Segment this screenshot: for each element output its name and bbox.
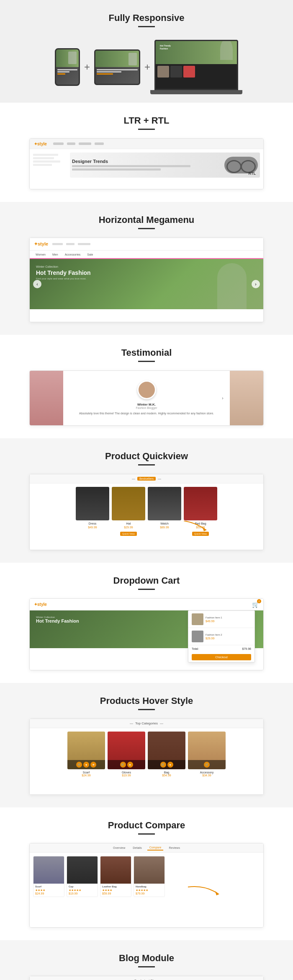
hover-overlay-extra: 🛒 xyxy=(188,760,226,769)
ltr-rtl-header: ✦style xyxy=(30,139,263,149)
mega-arrow-left[interactable]: ‹ xyxy=(33,280,41,288)
testimonial-main: Winter M.K. Fashion Blogger Absolutely l… xyxy=(63,374,230,422)
mega-nav-2 xyxy=(66,243,75,245)
compare-nav-reviews[interactable]: Reviews xyxy=(167,846,182,850)
ltr-hero-text: Designer Trends xyxy=(72,159,220,172)
tablet-bar-2 xyxy=(97,71,121,72)
fully-responsive-section: Fully Responsive + xyxy=(0,0,293,103)
blog-section: Blog Module — Our Latest Blogs — Fashion… xyxy=(0,940,293,980)
megamenu-preview-box: ✦style Women Men Accessories Sale Winter… xyxy=(29,238,264,322)
megamenu-title: Horizontal Megamenu xyxy=(99,215,195,225)
cart-total-label: Total: xyxy=(192,647,199,650)
qv-header: — Bestsellers — xyxy=(30,474,263,484)
hover-product-img-scarf: 🛒 ♥ 👁 xyxy=(67,732,105,769)
qv-product-name-2: Hat xyxy=(112,522,145,525)
blog-preview-box: — Our Latest Blogs — Fashion Trends 2024… xyxy=(29,976,264,980)
phone-inner xyxy=(56,49,79,85)
hover-cart-icon[interactable]: 🛒 xyxy=(76,762,82,768)
sidebar-item-2 xyxy=(33,157,54,159)
reviewer-subtitle: Fashion Blogger xyxy=(69,406,224,409)
section-divider-qv xyxy=(138,464,155,465)
compare-nav-compare[interactable]: Compare xyxy=(147,845,164,851)
hover-cart-icon-4[interactable]: 🛒 xyxy=(204,762,210,768)
plus-sign-1: + xyxy=(84,61,90,73)
compare-img-2 xyxy=(67,856,98,884)
tablet-bar-3 xyxy=(97,73,113,75)
quickview-preview-box: — Bestsellers — Dress $49.99 Hat $29.99 … xyxy=(29,474,264,550)
cart-badge: 2 xyxy=(257,599,261,603)
laptop-product-1 xyxy=(157,66,169,78)
laptop-base xyxy=(150,90,242,94)
svg-marker-0 xyxy=(203,527,207,531)
mega-hero-model xyxy=(217,263,247,309)
hover-name-extra: Accessory xyxy=(188,771,226,774)
hover-heart-icon[interactable]: ♥ xyxy=(83,762,89,768)
compare-nav-overview[interactable]: Overview xyxy=(111,846,127,850)
hover-products: 🛒 ♥ 👁 Scarf $24.99 🛒 ♥ xyxy=(30,728,263,780)
compare-preview: Overview Details Compare Reviews Scarf ★… xyxy=(30,843,263,927)
compare-stars-2: ★★★★★ xyxy=(69,889,96,892)
qv-product-price-1: $49.99 xyxy=(76,526,109,529)
mega-pink-item-4: Sale xyxy=(85,252,95,257)
testimonial-side-img-left xyxy=(30,371,63,425)
sidebar-item-3 xyxy=(33,160,60,163)
hover-overlay-bag: 🛒 ♥ xyxy=(148,760,185,769)
testimonial-arrow-right[interactable]: › xyxy=(219,394,226,402)
mega-hero-subtitle: Winter Collection xyxy=(36,265,91,268)
mega-pink-nav: Women Men Accessories Sale xyxy=(30,251,263,259)
cart-item-price-2: $29.99 xyxy=(206,637,222,640)
compare-info-2: Cap ★★★★★ $19.99 xyxy=(67,884,98,897)
cart-item-2: Fashion Item 2 $29.99 xyxy=(188,628,254,645)
hover-tab-prefix: — xyxy=(130,721,133,725)
phone-bar-1 xyxy=(57,69,77,70)
mega-hero-overlay: Winter Collection Hot Trendy Fashion Fin… xyxy=(36,265,91,280)
testimonial-title: Testimonial xyxy=(121,347,172,358)
hover-eye-icon[interactable]: 👁 xyxy=(90,762,96,768)
device-laptop: Hot TrendyFashion xyxy=(154,40,238,94)
ltr-content-area: Designer Trends RTL xyxy=(30,149,263,181)
hover-cart-icon-2[interactable]: 🛒 xyxy=(120,762,126,768)
device-tablet xyxy=(94,49,140,85)
compare-section: Product Compare Overview Details Compare… xyxy=(0,807,293,940)
compare-header: Overview Details Compare Reviews xyxy=(30,843,263,853)
section-divider-mega xyxy=(138,228,155,229)
blog-title: Blog Module xyxy=(119,953,174,964)
cart-item-img-2 xyxy=(192,631,203,642)
testimonial-preview-box: Winter M.K. Fashion Blogger Absolutely l… xyxy=(29,370,264,426)
fully-responsive-title: Fully Responsive xyxy=(109,13,185,23)
hover-product-img-glove: 🛒 ♥ xyxy=(108,732,145,769)
cart-checkout-btn[interactable]: Checkout xyxy=(192,654,251,660)
testimonial-section: Testimonial Winter M.K. Fashion Blogger … xyxy=(0,335,293,438)
section-divider-ltr xyxy=(138,129,155,130)
compare-bottom xyxy=(30,900,263,904)
phone-bar-2 xyxy=(57,71,69,72)
compare-info-1: Scarf ★★★★ $24.99 xyxy=(33,884,64,897)
qv-product-price-3: $89.99 xyxy=(148,526,181,529)
cart-icon-wrapper[interactable]: 🛒 2 xyxy=(252,601,259,608)
compare-product-3: Leather Bag ★★★★ $59.99 xyxy=(100,856,131,897)
section-divider-responsive xyxy=(138,26,155,27)
qv-arrow-svg xyxy=(184,521,209,533)
compare-nav-details[interactable]: Details xyxy=(131,846,144,850)
hover-price-glove: $19.99 xyxy=(108,774,145,777)
mega-logo: ✦style xyxy=(34,241,48,247)
laptop-screen: Hot TrendyFashion xyxy=(154,40,238,90)
quickview-preview: — Bestsellers — Dress $49.99 Hat $29.99 … xyxy=(30,474,263,550)
laptop-product-3 xyxy=(183,66,195,78)
laptop-hero-person xyxy=(220,41,233,60)
dropdown-cart-section: Dropdown Cart ✦style 🛒 2 Fashion Item 1 xyxy=(0,563,293,683)
compare-price-4: $79.99 xyxy=(136,892,163,895)
qv-quickview-btn[interactable]: Quick View xyxy=(120,532,137,536)
mega-arrow-right[interactable]: › xyxy=(252,280,260,288)
compare-img-1 xyxy=(33,856,64,884)
sidebar-item-4 xyxy=(33,164,52,166)
hover-cart-icon-3[interactable]: 🛒 xyxy=(160,762,166,768)
hover-heart-icon-2[interactable]: ♥ xyxy=(127,762,133,768)
cart-logo: ✦style xyxy=(34,602,47,607)
cart-item-price-1: $49.99 xyxy=(206,620,222,623)
qv-products: Dress $49.99 Hat $29.99 Quick View Watch… xyxy=(30,484,263,540)
svg-marker-1 xyxy=(215,891,219,895)
hover-heart-icon-3[interactable]: ♥ xyxy=(167,762,173,768)
cart-item-img-1 xyxy=(192,613,203,625)
cart-total-value: $79.98 xyxy=(242,647,251,650)
